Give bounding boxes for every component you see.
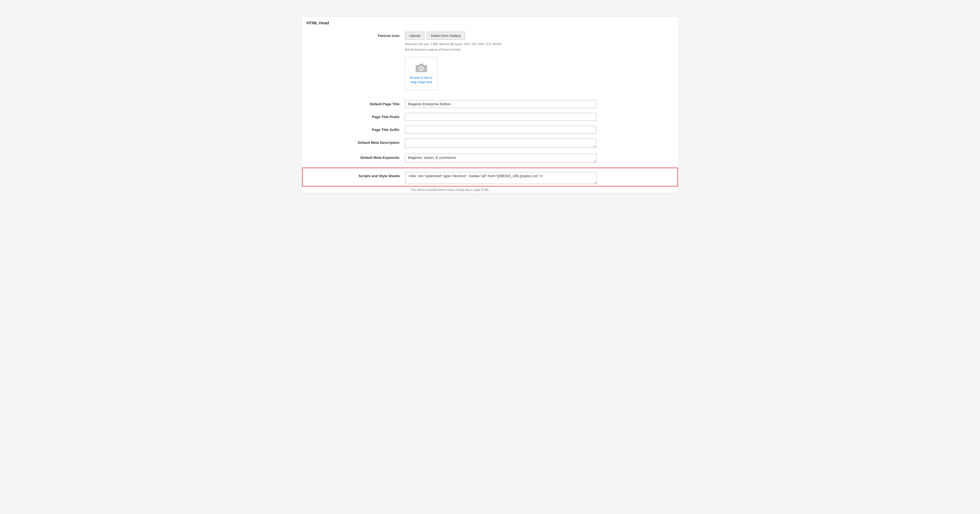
panel-title: HTML Head: [302, 17, 678, 29]
meta-desc-row: Default Meta Description: [307, 138, 673, 149]
title-prefix-label: Page Title Prefix: [307, 113, 405, 119]
browse-link[interactable]: Browse to find or drag image here: [410, 76, 433, 84]
default-title-row: Default Page Title: [307, 100, 673, 108]
title-suffix-row: Page Title Suffix: [307, 126, 673, 134]
default-title-label: Default Page Title: [307, 100, 405, 106]
scripts-highlight-box: Scripts and Style Sheets <link rel="styl…: [302, 168, 678, 186]
scripts-hint: This will be included before head closin…: [410, 188, 673, 191]
default-title-input[interactable]: [405, 100, 597, 108]
meta-desc-label: Default Meta Description: [307, 138, 405, 145]
form-area: Favicon Icon Upload Select from Gallery …: [302, 29, 678, 191]
meta-keywords-row: Default Meta Keywords Magento, Varien, E…: [307, 154, 673, 164]
scripts-label: Scripts and Style Sheets: [306, 172, 406, 178]
meta-desc-textarea[interactable]: [405, 138, 597, 148]
meta-keywords-textarea[interactable]: Magento, Varien, E-commerce: [405, 154, 597, 163]
favicon-row: Favicon Icon Upload Select from Gallery …: [307, 32, 673, 90]
favicon-hint1: Maximum file size: 2 MB. Allowed file ty…: [405, 42, 597, 47]
title-prefix-input[interactable]: [405, 113, 597, 121]
title-suffix-input[interactable]: [405, 126, 597, 134]
upload-dropzone[interactable]: Browse to find or drag image here: [405, 57, 438, 90]
scripts-textarea[interactable]: <link rel="stylesheet" type="text/css" m…: [406, 172, 597, 184]
title-prefix-row: Page Title Prefix: [307, 113, 673, 121]
html-head-panel: HTML Head Favicon Icon Upload Select fro…: [301, 16, 679, 193]
svg-point-1: [420, 67, 423, 70]
upload-button[interactable]: Upload: [405, 32, 425, 40]
title-suffix-label: Page Title Suffix: [307, 126, 405, 132]
browse-line1: Browse to find or: [410, 76, 433, 79]
favicon-label: Favicon Icon: [307, 32, 405, 38]
select-from-gallery-button[interactable]: Select from Gallery: [426, 32, 465, 40]
favicon-hint2: Not all browsers support all these forma…: [405, 47, 597, 52]
meta-keywords-label: Default Meta Keywords: [307, 154, 405, 160]
scripts-row: Scripts and Style Sheets <link rel="styl…: [306, 172, 674, 185]
favicon-controls: Upload Select from Gallery Maximum file …: [405, 32, 597, 90]
camera-icon: [415, 63, 427, 76]
browse-line2: drag image here: [410, 80, 432, 84]
